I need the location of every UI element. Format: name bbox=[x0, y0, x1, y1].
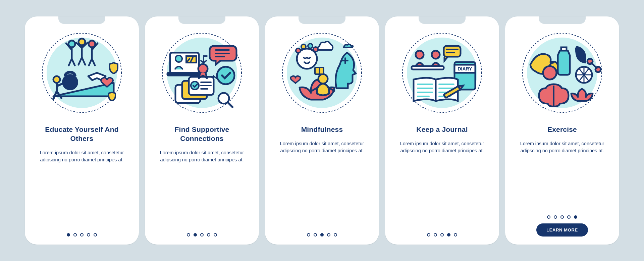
screen-body: Lorem ipsum dolor sit amet, consetetur a… bbox=[278, 140, 366, 154]
svg-point-31 bbox=[416, 51, 424, 59]
svg-point-11 bbox=[175, 55, 182, 62]
phone-notch bbox=[299, 16, 345, 24]
dot-4[interactable] bbox=[327, 233, 330, 237]
screen-body: Lorem ipsum dolor sit amet, consetetur a… bbox=[158, 149, 246, 163]
dot-5[interactable] bbox=[574, 215, 577, 219]
onboarding-screen-1[interactable]: Educate Yourself And Others Lorem ipsum … bbox=[25, 16, 139, 245]
dot-1[interactable] bbox=[547, 215, 550, 219]
dot-2[interactable] bbox=[194, 233, 197, 237]
screen-body: Lorem ipsum dolor sit amet, consetetur a… bbox=[519, 140, 606, 154]
svg-rect-33 bbox=[412, 66, 444, 69]
svg-point-27 bbox=[318, 74, 328, 84]
dot-5[interactable] bbox=[94, 233, 97, 237]
dot-2[interactable] bbox=[73, 233, 77, 237]
fitness-health-icon bbox=[520, 33, 604, 116]
onboarding-screen-2[interactable]: Find Supportive Connections Lorem ipsum … bbox=[145, 16, 259, 245]
svg-rect-34 bbox=[444, 46, 461, 57]
screen-bottom bbox=[394, 233, 490, 237]
svg-point-24 bbox=[301, 44, 306, 49]
dot-4[interactable] bbox=[447, 233, 450, 237]
phone-notch bbox=[419, 16, 466, 24]
pagination-dots[interactable] bbox=[547, 215, 577, 219]
dot-2[interactable] bbox=[554, 215, 557, 219]
onboarding-screen-3[interactable]: Mindfulness Lorem ipsum dolor sit amet, … bbox=[265, 16, 379, 245]
svg-point-41 bbox=[543, 66, 556, 80]
screen-bottom bbox=[154, 233, 250, 237]
svg-point-17 bbox=[191, 82, 199, 90]
phone-notch bbox=[178, 16, 225, 24]
onboarding-screens-row: Educate Yourself And Others Lorem ipsum … bbox=[25, 16, 619, 245]
dot-4[interactable] bbox=[87, 233, 90, 237]
pagination-dots[interactable] bbox=[67, 233, 97, 237]
dot-2[interactable] bbox=[434, 233, 437, 237]
learn-more-button[interactable]: LEARN MORE bbox=[536, 223, 588, 237]
dot-5[interactable] bbox=[334, 233, 337, 237]
dot-3[interactable] bbox=[320, 233, 324, 237]
dot-2[interactable] bbox=[314, 233, 317, 237]
pagination-dots[interactable] bbox=[187, 233, 217, 237]
screen-body: Lorem ipsum dolor sit amet, consetetur a… bbox=[398, 140, 486, 154]
screen-body: Lorem ipsum dolor sit amet, consetetur a… bbox=[38, 149, 125, 163]
onboarding-screen-4[interactable]: DIARY Keep a Journal Lorem ipsum dolor s… bbox=[385, 16, 499, 245]
phone-notch bbox=[58, 16, 105, 24]
dot-3[interactable] bbox=[440, 233, 444, 237]
onboarding-screen-5[interactable]: Exercise Lorem ipsum dolor sit amet, con… bbox=[505, 16, 619, 245]
screen-title: Mindfulness bbox=[301, 125, 343, 134]
svg-point-32 bbox=[432, 51, 440, 59]
svg-text:DIARY: DIARY bbox=[458, 66, 472, 71]
pagination-dots[interactable] bbox=[307, 233, 337, 237]
svg-point-19 bbox=[198, 64, 208, 73]
screen-title: Keep a Journal bbox=[416, 125, 468, 134]
dot-3[interactable] bbox=[560, 215, 564, 219]
teamwork-support-icon bbox=[40, 33, 124, 116]
dot-1[interactable] bbox=[307, 233, 310, 237]
tasks-chat-icon bbox=[160, 33, 244, 116]
svg-point-13 bbox=[217, 67, 234, 84]
svg-point-25 bbox=[308, 44, 313, 48]
dot-3[interactable] bbox=[200, 233, 204, 237]
screen-bottom bbox=[274, 233, 370, 237]
pagination-dots[interactable] bbox=[427, 233, 457, 237]
screen-bottom bbox=[34, 233, 129, 237]
screen-title: Find Supportive Connections bbox=[154, 125, 250, 143]
svg-rect-10 bbox=[167, 73, 202, 75]
svg-point-5 bbox=[78, 39, 85, 45]
diary-journal-icon: DIARY bbox=[400, 33, 484, 116]
dot-1[interactable] bbox=[67, 233, 70, 237]
dot-1[interactable] bbox=[187, 233, 190, 237]
dot-1[interactable] bbox=[427, 233, 430, 237]
screen-bottom: LEARN MORE bbox=[515, 215, 610, 237]
phone-notch bbox=[539, 16, 586, 24]
dot-5[interactable] bbox=[454, 233, 457, 237]
screen-title: Exercise bbox=[547, 125, 577, 134]
dot-4[interactable] bbox=[567, 215, 571, 219]
svg-point-23 bbox=[296, 48, 301, 53]
meditation-icon bbox=[280, 33, 364, 116]
screen-title: Educate Yourself And Others bbox=[34, 125, 129, 143]
dot-4[interactable] bbox=[207, 233, 210, 237]
dot-5[interactable] bbox=[214, 233, 217, 237]
dot-3[interactable] bbox=[80, 233, 84, 237]
